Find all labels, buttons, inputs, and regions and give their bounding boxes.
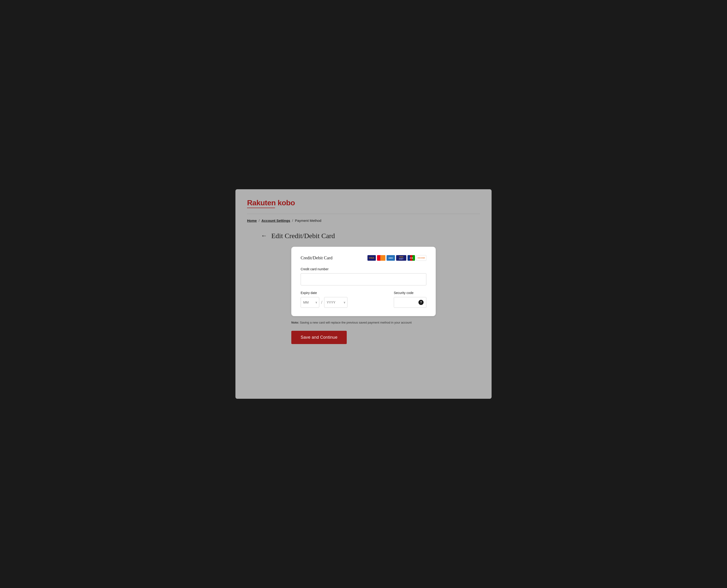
mm-select[interactable]: MM 01020304 05060708 09101112 (300, 297, 319, 308)
logo-underline (247, 208, 275, 208)
security-help-icon[interactable]: ? (418, 300, 423, 305)
card-logos: VISA AMEX VISA DEBIT JCB DISCOVE (368, 255, 427, 261)
credit-card-number-input[interactable] (300, 273, 427, 286)
logo-area: Rakuten kobo (247, 198, 480, 208)
note-body: Saving a new card will replace the previ… (299, 321, 412, 324)
security-input-wrapper: ? (394, 297, 427, 308)
form-area: Credit/Debit Card VISA AMEX VISA DEBIT (291, 247, 436, 344)
logo: Rakuten kobo (247, 198, 480, 207)
credit-card-number-label: Credit card number (300, 267, 427, 271)
breadcrumb-sep2: / (292, 218, 293, 223)
note-prefix: Note: (291, 321, 299, 324)
breadcrumb-sep1: / (259, 218, 259, 223)
breadcrumb-home[interactable]: Home (247, 218, 257, 223)
visa-debit-logo: VISA DEBIT (396, 255, 406, 261)
mastercard-logo (377, 255, 386, 261)
security-section: Security code ? (394, 291, 427, 308)
expiry-section: Expiry date MM 01020304 05060708 0910111… (300, 291, 385, 308)
breadcrumb-current: Payment Method (295, 218, 321, 223)
save-and-continue-button[interactable]: Save and Continue (291, 331, 347, 344)
header-divider (247, 214, 480, 214)
note-text: Note: Saving a new card will replace the… (291, 321, 436, 324)
security-code-label: Security code (394, 291, 427, 295)
yyyy-select[interactable]: YYYY 2024202520262027 2028202920302031 2… (324, 297, 348, 308)
page-header: ← Edit Credit/Debit Card (261, 232, 335, 240)
card-form-header: Credit/Debit Card VISA AMEX VISA DEBIT (300, 255, 427, 261)
breadcrumb-account-settings[interactable]: Account Settings (262, 218, 290, 223)
expiry-label: Expiry date (300, 291, 385, 295)
discover-logo: DISCOVER (416, 255, 427, 261)
mm-select-wrapper: MM 01020304 05060708 09101112 (300, 297, 319, 308)
expiry-inputs: MM 01020304 05060708 09101112 / YYYY (300, 297, 385, 308)
card-form-container: Credit/Debit Card VISA AMEX VISA DEBIT (291, 247, 436, 316)
back-arrow-icon[interactable]: ← (261, 232, 267, 239)
expiry-security-row: Expiry date MM 01020304 05060708 0910111… (300, 291, 427, 308)
page-container: Rakuten kobo Home / Account Settings / P… (235, 189, 492, 399)
card-form-title: Credit/Debit Card (300, 255, 333, 260)
expiry-slash: / (321, 300, 322, 305)
visa-logo: VISA (368, 255, 376, 261)
save-button-wrapper: Save and Continue (291, 331, 436, 344)
main-content: ← Edit Credit/Debit Card Credit/Debit Ca… (247, 232, 480, 344)
yyyy-select-wrapper: YYYY 2024202520262027 2028202920302031 2… (324, 297, 348, 308)
jcb-logo: JCB (408, 255, 415, 261)
amex-logo: AMEX (387, 255, 395, 261)
page-title: Edit Credit/Debit Card (271, 232, 335, 240)
breadcrumb: Home / Account Settings / Payment Method (247, 218, 480, 223)
credit-card-number-field: Credit card number (300, 267, 427, 291)
